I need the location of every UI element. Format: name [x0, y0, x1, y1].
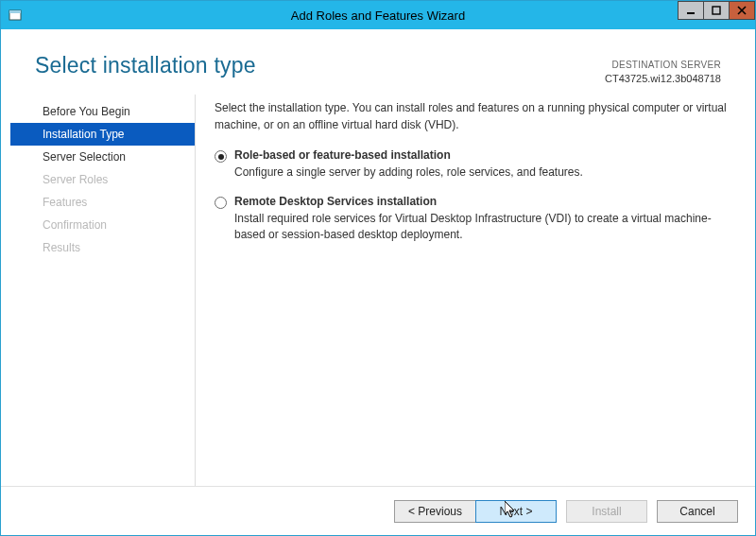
nav-confirmation: Confirmation: [10, 214, 195, 236]
destination-label: DESTINATION SERVER: [605, 59, 721, 72]
wizard-nav: Before You Begin Installation Type Serve…: [10, 95, 196, 486]
svg-rect-2: [687, 12, 695, 14]
close-button[interactable]: [729, 1, 755, 20]
install-button: Install: [566, 500, 647, 523]
previous-button[interactable]: < Previous: [394, 500, 475, 523]
page-title: Select installation type: [35, 53, 256, 78]
radio-role-based[interactable]: [215, 150, 227, 163]
close-icon: [737, 6, 747, 15]
nav-button-group: < Previous Next >: [394, 500, 557, 523]
option-rds[interactable]: Remote Desktop Services installation Ins…: [215, 195, 729, 244]
svg-rect-3: [713, 7, 720, 14]
option-rds-title: Remote Desktop Services installation: [234, 195, 437, 208]
titlebar[interactable]: Add Roles and Features Wizard: [1, 1, 755, 29]
option-role-based[interactable]: Role-based or feature-based installation…: [215, 148, 729, 181]
destination-block: DESTINATION SERVER CT43725.wi12.3b048718: [605, 59, 721, 85]
destination-server: CT43725.wi12.3b048718: [605, 72, 721, 86]
minimize-button[interactable]: [678, 1, 704, 20]
wizard-footer: < Previous Next > Install Cancel: [1, 486, 755, 535]
next-button[interactable]: Next >: [475, 500, 557, 523]
svg-rect-1: [9, 10, 21, 13]
nav-features: Features: [10, 191, 195, 214]
window-title: Add Roles and Features Wizard: [1, 9, 755, 23]
app-icon: [1, 1, 29, 29]
nav-server-roles: Server Roles: [10, 168, 195, 191]
maximize-button[interactable]: [703, 1, 730, 20]
option-role-based-title: Role-based or feature-based installation: [234, 148, 451, 162]
cancel-button[interactable]: Cancel: [657, 500, 738, 523]
wizard-header: Select installation type DESTINATION SER…: [1, 29, 755, 91]
option-role-based-desc: Configure a single server by adding role…: [234, 164, 729, 181]
minimize-icon: [686, 6, 696, 15]
nav-before-you-begin[interactable]: Before You Begin: [10, 100, 195, 123]
nav-server-selection[interactable]: Server Selection: [10, 146, 195, 168]
nav-results: Results: [10, 236, 195, 259]
wizard-content: Select the installation type. You can in…: [196, 95, 755, 486]
option-rds-desc: Install required role services for Virtu…: [234, 211, 729, 244]
window-controls: [679, 1, 755, 20]
maximize-icon: [712, 6, 721, 15]
nav-installation-type[interactable]: Installation Type: [10, 123, 195, 146]
wizard-body: Before You Begin Installation Type Serve…: [1, 91, 755, 486]
wizard-window: Add Roles and Features Wizard Select ins…: [0, 0, 756, 536]
intro-text: Select the installation type. You can in…: [215, 100, 729, 133]
radio-rds[interactable]: [215, 197, 227, 209]
